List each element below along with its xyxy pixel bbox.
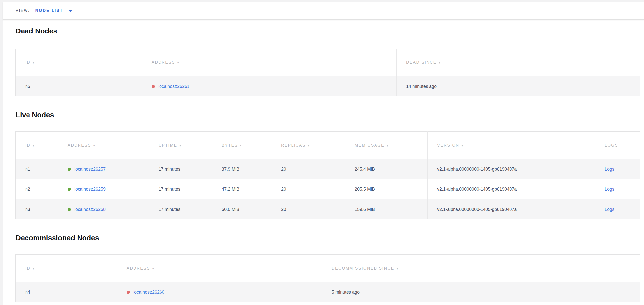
cell-node-id: n4 (16, 282, 117, 302)
cell-logs: Logs (595, 159, 640, 179)
sort-arrow-icon: ▾ (387, 144, 388, 147)
sort-arrow-icon: ▾ (94, 144, 95, 147)
node-list-page: Dead Nodes ID▾ ADDRESS▾ DEAD SINCE▾ (3, 26, 644, 302)
dropdown-arrow-icon (68, 10, 72, 13)
cell-mem-usage: 245.4 MiB (345, 159, 428, 179)
logs-link[interactable]: Logs (604, 167, 614, 172)
cell-node-address: localhost:26257 (58, 159, 149, 179)
decommissioned-nodes-table: ID▾ ADDRESS▾ DECOMMISSIONED SINCE▾ n4 lo… (15, 254, 640, 302)
sort-arrow-icon: ▾ (33, 267, 34, 270)
cell-version: v2.1-alpha.00000000-1405-gb6190407a (428, 179, 595, 199)
cell-node-address: localhost:26260 (117, 282, 322, 302)
sort-arrow-icon: ▾ (177, 61, 179, 65)
column-header-id[interactable]: ID▾ (16, 132, 58, 159)
node-status-dot-live-icon (68, 188, 71, 191)
sort-arrow-icon: ▾ (462, 144, 463, 147)
cell-node-id: n3 (16, 199, 58, 219)
cell-uptime: 17 minutes (149, 179, 212, 199)
sort-arrow-icon: ▾ (33, 61, 34, 65)
cell-version: v2.1-alpha.00000000-1405-gb6190407a (428, 159, 595, 179)
cell-replicas: 20 (272, 199, 345, 219)
sort-arrow-icon: ▾ (439, 61, 440, 65)
sort-arrow-icon: ▾ (152, 267, 154, 270)
node-address-link[interactable]: localhost:26258 (74, 207, 106, 212)
column-header-address[interactable]: ADDRESS▾ (58, 132, 149, 159)
column-header-replicas[interactable]: REPLICAS▾ (272, 132, 345, 159)
node-status-dot-dead-icon (126, 291, 130, 294)
view-dropdown-value[interactable]: NODE LIST (36, 9, 63, 13)
live-nodes-title: Live Nodes (16, 110, 644, 120)
dead-nodes-table: ID▾ ADDRESS▾ DEAD SINCE▾ n5 localhost:26… (15, 49, 640, 97)
cell-node-id: n1 (16, 159, 58, 179)
logs-link[interactable]: Logs (604, 187, 614, 192)
sort-arrow-icon: ▾ (240, 144, 242, 147)
table-row: n3 localhost:26258 17 minutes 50.0 MiB 2… (16, 199, 640, 219)
cell-decommissioned-since: 5 minutes ago (322, 282, 640, 302)
node-address-link[interactable]: localhost:26260 (133, 290, 164, 294)
cell-version: v2.1-alpha.00000000-1405-gb6190407a (428, 199, 595, 219)
node-address-link[interactable]: localhost:26261 (158, 84, 190, 89)
table-row: n1 localhost:26257 17 minutes 37.9 MiB 2… (16, 159, 640, 179)
node-status-dot-live-icon (68, 208, 71, 211)
logs-link[interactable]: Logs (604, 207, 614, 212)
sort-arrow-icon: ▾ (33, 144, 34, 147)
column-header-bytes[interactable]: BYTES▾ (212, 132, 272, 159)
column-header-uptime[interactable]: UPTIME▾ (149, 132, 212, 159)
node-address-link[interactable]: localhost:26257 (74, 167, 106, 172)
cell-uptime: 17 minutes (149, 159, 212, 179)
table-row: n2 localhost:26259 17 minutes 47.2 MiB 2… (16, 179, 640, 199)
column-header-address[interactable]: ADDRESS▾ (117, 255, 322, 282)
sort-arrow-icon: ▾ (396, 267, 398, 270)
dead-nodes-title: Dead Nodes (16, 26, 644, 36)
table-row: n4 localhost:26260 5 minutes ago (16, 282, 640, 302)
decommissioned-nodes-title: Decommissioned Nodes (16, 233, 644, 242)
table-row: n5 localhost:26261 14 minutes ago (16, 76, 640, 97)
cell-node-address: localhost:26258 (58, 199, 149, 219)
page-surface: VIEW: NODE LIST Dead Nodes ID▾ ADDRESS▾ (3, 2, 644, 305)
table-header-row: ID▾ ADDRESS▾ DECOMMISSIONED SINCE▾ (16, 255, 640, 282)
table-header-row: ID▾ ADDRESS▾ DEAD SINCE▾ (16, 49, 640, 76)
table-header-row: ID▾ ADDRESS▾ UPTIME▾ BYTES▾ REPLICAS▾ (16, 132, 640, 159)
cell-bytes: 50.0 MiB (212, 199, 272, 219)
column-header-mem-usage[interactable]: MEM USAGE▾ (345, 132, 428, 159)
live-nodes-table: ID▾ ADDRESS▾ UPTIME▾ BYTES▾ REPLICAS▾ (15, 131, 640, 219)
cell-logs: Logs (595, 179, 640, 199)
cell-node-address: localhost:26261 (142, 76, 396, 97)
column-header-address[interactable]: ADDRESS▾ (142, 49, 396, 76)
column-header-decommissioned-since[interactable]: DECOMMISSIONED SINCE▾ (322, 255, 640, 282)
cell-replicas: 20 (272, 159, 345, 179)
cell-node-id: n5 (16, 76, 142, 97)
cell-mem-usage: 159.6 MiB (345, 199, 428, 219)
cell-bytes: 37.9 MiB (212, 159, 272, 179)
view-toolbar: VIEW: NODE LIST (3, 2, 644, 20)
cell-bytes: 47.2 MiB (212, 179, 272, 199)
column-header-dead-since[interactable]: DEAD SINCE▾ (396, 49, 640, 76)
column-header-id[interactable]: ID▾ (16, 255, 117, 282)
cell-mem-usage: 205.5 MiB (345, 179, 428, 199)
cell-dead-since: 14 minutes ago (396, 76, 640, 97)
node-status-dot-dead-icon (152, 85, 155, 88)
sort-arrow-icon: ▾ (179, 144, 181, 147)
column-header-version[interactable]: VERSION▾ (428, 132, 595, 159)
cell-replicas: 20 (272, 179, 345, 199)
column-header-logs: LOGS (595, 132, 640, 159)
view-label: VIEW: (16, 9, 30, 13)
view-dropdown[interactable]: NODE LIST (36, 9, 72, 13)
node-address-link[interactable]: localhost:26259 (74, 187, 106, 192)
sort-arrow-icon: ▾ (308, 144, 309, 147)
node-status-dot-live-icon (68, 168, 71, 171)
cell-node-address: localhost:26259 (58, 179, 149, 199)
cell-logs: Logs (595, 199, 640, 219)
cell-node-id: n2 (16, 179, 58, 199)
column-header-id[interactable]: ID▾ (16, 49, 142, 76)
cell-uptime: 17 minutes (149, 199, 212, 219)
